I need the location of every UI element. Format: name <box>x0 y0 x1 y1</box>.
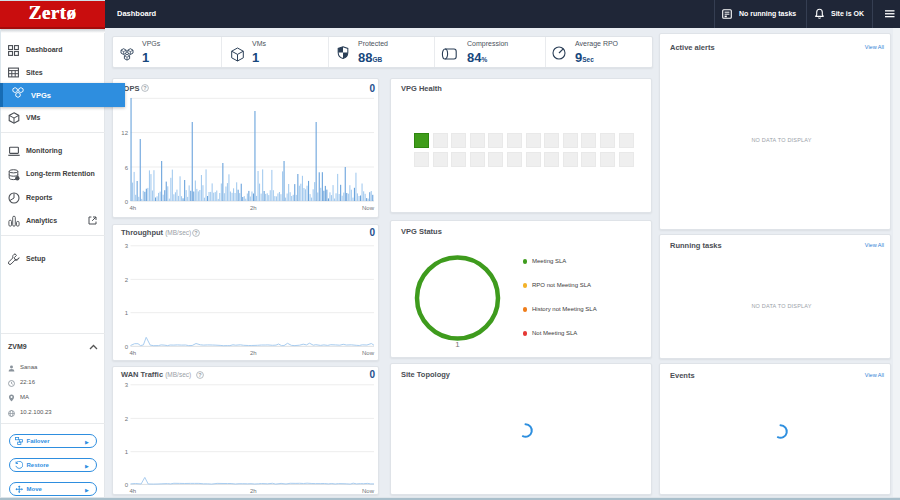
svg-text:2: 2 <box>125 416 129 422</box>
svg-text:4h: 4h <box>130 350 137 356</box>
svg-text:3: 3 <box>125 382 129 388</box>
svg-text:12: 12 <box>121 130 128 136</box>
svg-text:2h: 2h <box>250 488 257 494</box>
svg-text:2h: 2h <box>250 205 257 211</box>
svg-text:0: 0 <box>125 482 129 488</box>
svg-text:0: 0 <box>125 344 129 350</box>
svg-text:4h: 4h <box>130 205 137 211</box>
svg-text:6: 6 <box>125 165 129 171</box>
svg-text:0: 0 <box>125 199 129 205</box>
svg-text:1: 1 <box>455 340 460 348</box>
svg-text:?: ? <box>143 85 147 91</box>
svg-text:Now: Now <box>362 488 375 494</box>
svg-text:2: 2 <box>125 277 129 283</box>
svg-text:Now: Now <box>362 205 375 211</box>
svg-text:Now: Now <box>362 350 375 356</box>
svg-text:2h: 2h <box>250 350 257 356</box>
svg-text:4h: 4h <box>130 488 137 494</box>
svg-text:3: 3 <box>125 243 129 249</box>
svg-text:1: 1 <box>125 310 129 316</box>
svg-text:1: 1 <box>125 449 129 455</box>
